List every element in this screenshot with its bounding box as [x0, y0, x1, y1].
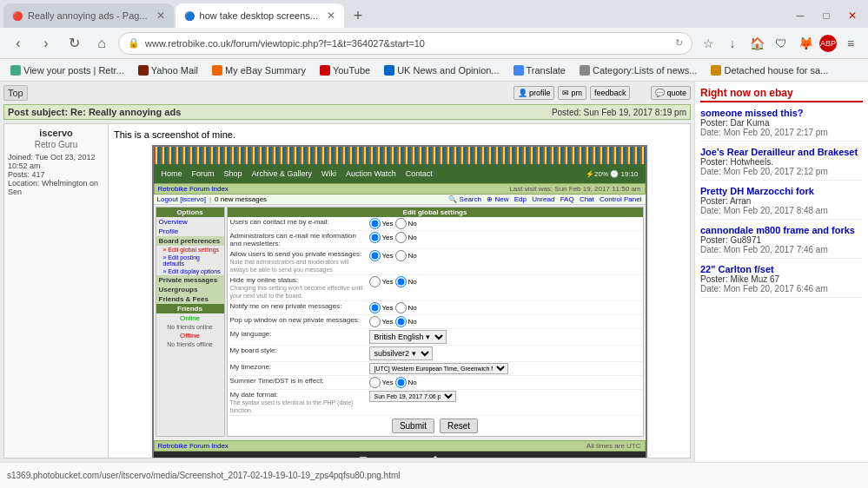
setting-ctrl-1[interactable]: Yes No	[369, 218, 417, 229]
address-box[interactable]: 🔒 www.retrobike.co.uk/forum/viewtopic.ph…	[118, 32, 692, 55]
radio-yes-2[interactable]	[369, 232, 381, 243]
faq-link[interactable]: FAQ	[560, 195, 574, 203]
language-select[interactable]: British English ▾	[369, 330, 447, 344]
bookmark-posts[interactable]: View your posts | Retr...	[7, 63, 128, 77]
radio-yes-5[interactable]	[369, 302, 381, 313]
rb-nav-forum[interactable]: Forum	[188, 168, 219, 179]
radio-no-5[interactable]	[395, 302, 407, 313]
feedback-button[interactable]: feedback	[590, 86, 631, 100]
reload-icon[interactable]: ↻	[675, 37, 683, 49]
radio-no-1[interactable]	[395, 218, 407, 229]
maximize-button[interactable]: □	[814, 3, 838, 28]
minimize-button[interactable]: ─	[788, 3, 812, 28]
new-tab-button[interactable]: +	[346, 3, 370, 28]
radio-yes-3[interactable]	[369, 250, 381, 261]
board-style-ctrl[interactable]: subsilver2 ▾	[369, 346, 433, 360]
reload-button[interactable]: ↻	[63, 32, 85, 55]
setting-ctrl-6[interactable]: Yes No	[369, 316, 417, 327]
rb-nav-wiki[interactable]: Wiki	[317, 168, 341, 179]
radio-yes-6[interactable]	[369, 316, 381, 327]
ebay-item-title-2[interactable]: Joe's Rear Derailleur and Brakeset	[700, 147, 863, 157]
radio-yes-1[interactable]	[369, 218, 381, 229]
overview-link[interactable]: Overview	[156, 217, 224, 227]
edit-global-link[interactable]: » Edit global settings	[156, 246, 224, 254]
radio-no-2[interactable]	[395, 232, 407, 243]
bookmark-translate[interactable]: Translate	[510, 63, 569, 77]
ebay-item-title-5[interactable]: 22" Carlton f/set	[700, 264, 863, 274]
profile-link[interactable]: Profile	[156, 227, 224, 236]
ebay-item-title-4[interactable]: cannondale m800 frame and forks	[700, 225, 863, 235]
rb-nav-archive[interactable]: Archive & Gallery	[248, 168, 317, 179]
top-link[interactable]: Top	[3, 85, 28, 101]
bookmark-news[interactable]: UK News and Opinion...	[381, 63, 502, 77]
date-format-select[interactable]: Sun Feb 19, 2017 7:06 pm	[369, 391, 456, 402]
profile-button[interactable]: 👤 profile	[514, 86, 555, 100]
rb-nav-bar: Home Forum Shop Archive & Gallery Wiki A…	[154, 164, 646, 183]
timezone-ctrl[interactable]: [UTC] Western European Time, Greenwich M…	[369, 363, 508, 374]
chat-link[interactable]: Chat	[580, 195, 594, 203]
rb-nav-auction[interactable]: Auction Watch	[341, 168, 401, 179]
setting-ctrl-3[interactable]: Yes No	[369, 250, 417, 261]
ebay-item-poster-2: Poster: Hotwheels.	[700, 157, 863, 167]
shield-icon[interactable]: 🛡	[771, 33, 792, 54]
setting-ctrl-5[interactable]: Yes No	[369, 302, 417, 313]
edit-global-header: Edit global settings	[228, 208, 643, 217]
tab-2[interactable]: 🔵 how take desktop screens... ✕	[176, 3, 344, 28]
bookmark-house[interactable]: Detached house for sa...	[707, 63, 832, 77]
edit-posting-link[interactable]: » Edit posting defaults	[156, 254, 224, 267]
radio-yes-4[interactable]	[369, 276, 381, 287]
close-button[interactable]: ✕	[840, 3, 865, 28]
bookmark-youtube[interactable]: YouTube	[316, 63, 374, 77]
setting-ctrl-2[interactable]: Yes No	[369, 232, 417, 243]
android-expand-icon[interactable]: ⬆	[431, 454, 440, 458]
search-link[interactable]: 🔍 Search	[448, 195, 481, 203]
setting-ctrl-4[interactable]: Yes No	[369, 276, 417, 287]
edp-link[interactable]: Edp	[514, 195, 527, 203]
rb-nav-shop[interactable]: Shop	[220, 168, 247, 179]
android-home-icon[interactable]: ⌂	[378, 454, 384, 458]
new-link[interactable]: ⊕ New	[487, 195, 508, 203]
radio-no-6[interactable]	[395, 316, 407, 327]
radio-no-4[interactable]	[395, 276, 407, 287]
home-button[interactable]: ⌂	[90, 32, 113, 55]
radio-no-3[interactable]	[395, 250, 407, 261]
recent-apps-icon[interactable]: ⊡	[359, 454, 368, 458]
back-button[interactable]: ‹	[7, 32, 30, 55]
board-style-select[interactable]: subsilver2 ▾	[369, 346, 433, 360]
menu-icon[interactable]: ≡	[840, 33, 861, 54]
logout-link[interactable]: Logout [iscervo]	[157, 195, 206, 203]
footer-index-link[interactable]: Retrobike Forum Index	[158, 442, 229, 450]
forward-button[interactable]: ›	[35, 32, 57, 55]
bookmark-category[interactable]: Category:Lists of news...	[576, 63, 700, 77]
edit-display-link[interactable]: » Edit display options	[156, 267, 224, 275]
ebay-item-title-3[interactable]: Pretty DH Marzocchi fork	[700, 186, 863, 196]
submit-button[interactable]: Submit	[392, 419, 434, 433]
firefox-icon[interactable]: 🦊	[795, 33, 816, 54]
ebay-item-1: someone missed this? Poster: Dar Kuma Da…	[700, 108, 863, 142]
adblock-icon[interactable]: ABP	[819, 35, 837, 52]
bookmark-ebay[interactable]: My eBay Summary	[209, 63, 309, 77]
language-ctrl[interactable]: British English ▾	[369, 330, 447, 344]
bookmark-yahoo[interactable]: Yahoo Mail	[135, 63, 202, 77]
unread-link[interactable]: Unread	[532, 195, 554, 203]
date-format-ctrl[interactable]: Sun Feb 19, 2017 7:06 pm	[369, 391, 456, 402]
radio-yes-summer[interactable]	[369, 377, 381, 388]
radio-no-summer[interactable]	[395, 377, 407, 388]
tab-2-close[interactable]: ✕	[327, 10, 335, 22]
tab-1[interactable]: 🔴 Really annoying ads - Pag... ✕	[3, 3, 174, 28]
tab-1-close[interactable]: ✕	[156, 10, 165, 22]
rb-nav-home[interactable]: Home	[157, 168, 187, 179]
browser-home-icon[interactable]: 🏠	[746, 33, 767, 54]
url-text[interactable]: www.retrobike.co.uk/forum/viewtopic.php?…	[145, 38, 425, 49]
pm-button[interactable]: ✉ pm	[558, 86, 586, 100]
reset-button[interactable]: Reset	[440, 419, 478, 433]
timezone-select[interactable]: [UTC] Western European Time, Greenwich M…	[369, 363, 508, 374]
rb-nav-contact[interactable]: Contact	[401, 168, 437, 179]
control-panel-link[interactable]: Control Panel	[600, 195, 641, 203]
ebay-item-title-1[interactable]: someone missed this?	[700, 108, 863, 118]
quote-button[interactable]: 💬 quote	[651, 86, 691, 100]
bookmark-star-icon[interactable]: ☆	[698, 33, 719, 54]
android-back-icon[interactable]: ↩	[394, 454, 403, 458]
download-icon[interactable]: ↓	[722, 33, 743, 54]
summer-ctrl[interactable]: Yes No	[369, 377, 417, 388]
